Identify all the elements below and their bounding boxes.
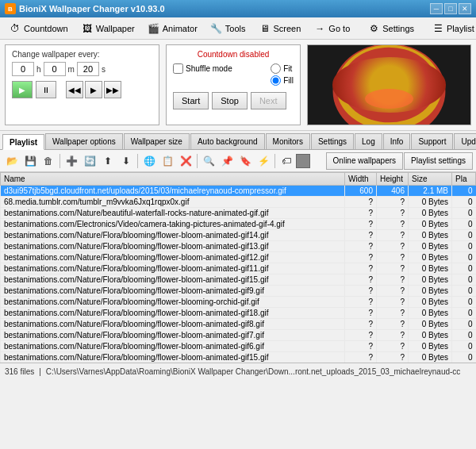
next-button[interactable]: Next: [251, 92, 286, 109]
cell-pla: 0: [452, 186, 476, 197]
menu-tools[interactable]: 🔧 Tools: [205, 20, 251, 37]
web-button[interactable]: 🌐: [140, 152, 158, 170]
next-skip-button[interactable]: ▶▶: [104, 81, 121, 98]
cell-size: 0 Bytes: [409, 219, 452, 230]
online-wallpapers-button[interactable]: Online wallpapers: [326, 152, 404, 170]
table-row[interactable]: 68.media.tumblr.com/tumblr_m9vvka6Jxq1rq…: [1, 197, 476, 208]
open-folder-button[interactable]: 📂: [3, 152, 21, 170]
shuffle-checkbox-label[interactable]: Shuffle mode: [173, 63, 256, 74]
lightning-button[interactable]: ⚡: [255, 152, 272, 170]
tag-button[interactable]: 🏷: [278, 152, 295, 170]
cell-size: 0 Bytes: [409, 252, 452, 263]
cell-name: 68.media.tumblr.com/tumblr_m9vvka6Jxq1rq…: [1, 197, 345, 208]
move-up-button[interactable]: ⬆: [99, 152, 117, 170]
table-row[interactable]: bestanimations.com/Electronics/Video/cam…: [1, 219, 476, 230]
cell-pla: 0: [452, 352, 476, 363]
tab-monitors[interactable]: Monitors: [266, 133, 310, 149]
refresh-button[interactable]: 🔄: [81, 152, 98, 170]
cell-size: 0 Bytes: [409, 352, 452, 363]
cell-pla: 0: [452, 308, 476, 319]
cell-width: 600: [345, 186, 377, 197]
table-row[interactable]: bestanimations.com/Nature/Flora/blooming…: [1, 241, 476, 252]
seconds-input[interactable]: [77, 62, 99, 76]
table-row[interactable]: bestanimations.com/Nature/Flora/blooming…: [1, 274, 476, 286]
color-button[interactable]: [296, 154, 310, 168]
title-bar: B BioniX Wallpaper Changer v10.93.0 ─ □ …: [0, 0, 476, 17]
maximize-button[interactable]: □: [444, 3, 457, 14]
fit-label: Fit: [283, 64, 292, 73]
tab-settings[interactable]: Settings: [311, 133, 354, 149]
cell-name: bestanimations.com/Nature/Flora/blooming…: [1, 341, 345, 352]
table-row[interactable]: bestanimations.com/Nature/beautiful-wate…: [1, 208, 476, 219]
wallpaper-preview: [308, 45, 470, 125]
table-row[interactable]: bestanimations.com/Nature/Flora/blooming…: [1, 319, 476, 330]
start-button[interactable]: Start: [173, 92, 209, 109]
table-row[interactable]: bestanimations.com/Nature/Flora/blooming…: [1, 308, 476, 319]
table-row[interactable]: bestanimations.com/Nature/Flora/blooming…: [1, 286, 476, 297]
tab-playlist[interactable]: Playlist: [2, 134, 44, 150]
table-row[interactable]: bestanimations.com/Nature/Flora/blooming…: [1, 252, 476, 263]
cell-name: bestanimations.com/Nature/Flora/blooming…: [1, 230, 345, 241]
menu-countdown[interactable]: ⏱ Countdown: [3, 20, 74, 37]
clipboard-button[interactable]: 📋: [159, 152, 176, 170]
play-button[interactable]: ▶: [12, 81, 33, 98]
search-button[interactable]: 🔍: [200, 152, 217, 170]
bookmark-button[interactable]: 🔖: [236, 152, 254, 170]
fit-radio[interactable]: [271, 63, 281, 74]
table-row[interactable]: bestanimations.com/Nature/Flora/blooming…: [1, 341, 476, 352]
col-header-name[interactable]: Name: [1, 173, 345, 186]
fill-radio[interactable]: [271, 75, 281, 86]
delete-button[interactable]: 🗑: [40, 152, 57, 170]
remove-button[interactable]: ❌: [177, 152, 194, 170]
menu-settings[interactable]: ⚙ Settings: [362, 20, 420, 37]
menu-animator-label: Animator: [163, 24, 198, 33]
close-button[interactable]: ✕: [459, 3, 471, 14]
table-row[interactable]: d3ui957tjb5bgd.cloudfront.net/uploads/20…: [1, 186, 476, 197]
cell-size: 0 Bytes: [409, 286, 452, 297]
tab-info[interactable]: Info: [383, 133, 411, 149]
tab-auto-background[interactable]: Auto background: [190, 133, 265, 149]
cell-width: ?: [345, 308, 377, 319]
pin-button[interactable]: 📌: [218, 152, 236, 170]
save-button[interactable]: 💾: [21, 152, 39, 170]
menu-animator[interactable]: 🎬 Animator: [142, 20, 203, 37]
table-row[interactable]: bestanimations.com/Nature/Flora/blooming…: [1, 297, 476, 308]
pause-button[interactable]: ⏸: [36, 81, 56, 98]
menu-playlist[interactable]: ☰ Playlist: [426, 20, 476, 37]
col-header-width[interactable]: Width: [345, 173, 377, 186]
table-row[interactable]: bestanimations.com/Nature/Flora/blooming…: [1, 352, 476, 363]
playlist-scroll[interactable]: Name Width Height Size Pla d3ui957tjb5bg…: [0, 172, 476, 363]
col-header-height[interactable]: Height: [377, 173, 409, 186]
prev-button[interactable]: ◀◀: [66, 81, 83, 98]
svg-point-7: [375, 92, 386, 102]
menu-wallpaper[interactable]: 🖼 Wallpaper: [75, 20, 140, 37]
table-row[interactable]: bestanimations.com/Nature/Flora/blooming…: [1, 263, 476, 274]
cell-size: 0 Bytes: [409, 230, 452, 241]
tab-wallpaper-options[interactable]: Wallpaper options: [45, 133, 123, 149]
cell-size: 0 Bytes: [409, 241, 452, 252]
move-down-button[interactable]: ⬇: [117, 152, 135, 170]
add-button[interactable]: ➕: [63, 152, 80, 170]
col-header-pla[interactable]: Pla: [452, 173, 476, 186]
tab-updates[interactable]: Updates: [454, 133, 476, 149]
goto-icon: →: [313, 22, 326, 35]
minutes-input[interactable]: [44, 62, 66, 76]
cell-size: 0 Bytes: [409, 330, 452, 341]
shuffle-checkbox[interactable]: [173, 63, 183, 74]
fit-radio-label[interactable]: Fit: [271, 63, 294, 74]
stop-button[interactable]: Stop: [212, 92, 248, 109]
tab-support[interactable]: Support: [411, 133, 453, 149]
table-row[interactable]: bestanimations.com/Nature/Flora/blooming…: [1, 230, 476, 241]
menu-screen[interactable]: 🖥 Screen: [253, 20, 307, 37]
fill-radio-label[interactable]: Fill: [271, 75, 294, 86]
next-quick-button[interactable]: ▶: [85, 81, 102, 98]
hours-input[interactable]: [12, 62, 34, 76]
cell-width: ?: [345, 208, 377, 219]
menu-goto[interactable]: → Go to: [308, 20, 355, 37]
minimize-button[interactable]: ─: [430, 3, 443, 14]
col-header-size[interactable]: Size: [409, 173, 452, 186]
playlist-settings-button[interactable]: Playlist settings: [404, 152, 473, 170]
table-row[interactable]: bestanimations.com/Nature/Flora/blooming…: [1, 330, 476, 341]
tab-log[interactable]: Log: [355, 133, 382, 149]
tab-wallpaper-size[interactable]: Wallpaper size: [124, 133, 190, 149]
